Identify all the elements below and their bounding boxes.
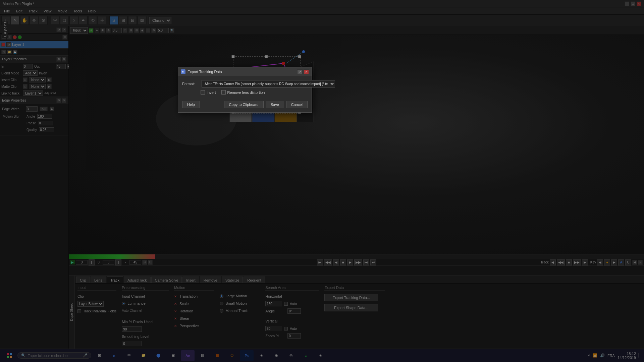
- modal-overlay: M Export Tracking Data ? ✕ Format: After…: [0, 0, 644, 362]
- cancel-button[interactable]: Cancel: [286, 101, 308, 108]
- invert-checkbox-label: Invert: [207, 90, 216, 95]
- export-dialog: M Export Tracking Data ? ✕ Format: After…: [178, 67, 312, 113]
- dialog-help-btn[interactable]: ?: [297, 69, 303, 74]
- dialog-window-controls[interactable]: ? ✕: [297, 69, 309, 74]
- options-row: Invert Remove lens distortion: [182, 90, 308, 95]
- save-button[interactable]: Save: [266, 101, 284, 108]
- dialog-content: Format: After Effects Corner Pin [corner…: [178, 76, 312, 112]
- dialog-title-bar: M Export Tracking Data ? ✕: [178, 67, 312, 76]
- invert-check-item[interactable]: Invert: [201, 90, 216, 95]
- remove-lens-check-item[interactable]: Remove lens distortion: [221, 90, 265, 95]
- dialog-app-icon: M: [181, 69, 185, 74]
- help-button[interactable]: Help: [182, 101, 200, 108]
- format-select[interactable]: After Effects Corner Pin [corner pin onl…: [202, 80, 335, 87]
- invert-checkbox[interactable]: [201, 90, 205, 95]
- remove-lens-label: Remove lens distortion: [227, 90, 265, 95]
- dialog-close-btn[interactable]: ✕: [304, 69, 309, 74]
- remove-lens-checkbox[interactable]: [221, 90, 226, 95]
- copy-to-clipboard-button[interactable]: Copy to Clipboard: [224, 101, 264, 108]
- dialog-title-text: M Export Tracking Data: [181, 69, 222, 74]
- format-label: Format:: [182, 82, 199, 86]
- dialog-buttons: Help Copy to Clipboard Save Cancel: [182, 98, 308, 108]
- format-row: Format: After Effects Corner Pin [corner…: [182, 80, 308, 87]
